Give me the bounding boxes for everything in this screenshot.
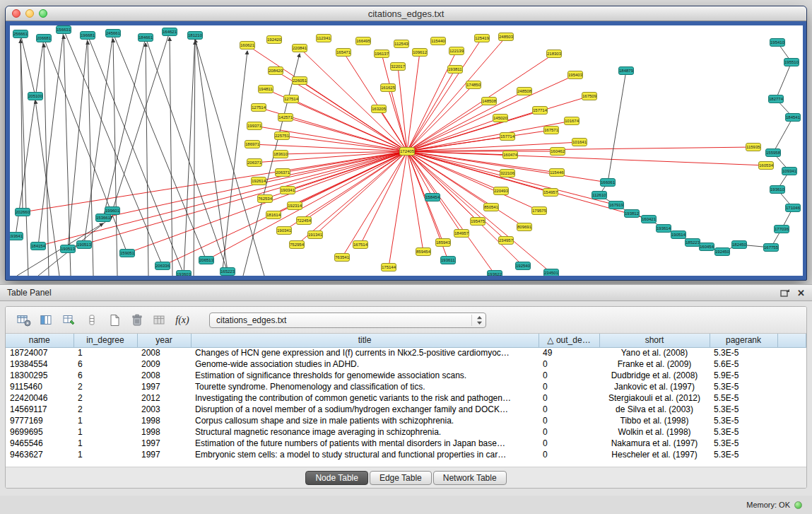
- graph-node[interactable]: 1604627: [550, 147, 565, 156]
- graph-node[interactable]: 1936221: [487, 270, 502, 276]
- graph-node[interactable]: 1903414: [276, 226, 292, 235]
- table-cell[interactable]: 1998: [137, 415, 191, 426]
- graph-node[interactable]: 1675710: [543, 126, 559, 134]
- graph-node[interactable]: 1221397: [449, 47, 464, 55]
- table-cell[interactable]: 2012: [137, 392, 191, 404]
- row-height-icon[interactable]: [82, 311, 102, 329]
- graph-node[interactable]: 1748503: [466, 81, 481, 89]
- function-builder-icon[interactable]: f(x): [172, 311, 192, 329]
- graph-node[interactable]: 1924205: [266, 35, 282, 44]
- table-cell[interactable]: 9115460: [6, 381, 73, 392]
- column-header-year[interactable]: year: [137, 334, 191, 347]
- close-panel-icon[interactable]: ✕: [797, 288, 805, 298]
- graph-node[interactable]: 1923141: [287, 201, 302, 210]
- graph-node[interactable]: 2084205: [268, 66, 283, 75]
- graph-node[interactable]: 1254193: [474, 34, 490, 42]
- table-cell[interactable]: 0: [539, 404, 599, 415]
- table-cell[interactable]: de Silva et al. (2003): [599, 404, 710, 415]
- table-cell[interactable]: 9465546: [6, 438, 73, 449]
- network-canvas[interactable]: 1724057208420519481141275141199371418697…: [10, 25, 803, 276]
- graph-node[interactable]: 2063713: [247, 158, 262, 167]
- graph-node[interactable]: 1724057: [399, 147, 415, 156]
- column-header-title[interactable]: title: [191, 334, 539, 347]
- graph-node[interactable]: 2065133: [199, 256, 214, 264]
- table-scroll-area[interactable]: name in_degree year title △ out_de… shor…: [6, 334, 806, 467]
- table-cell[interactable]: 2009: [137, 358, 191, 370]
- graph-node[interactable]: 2485083: [517, 87, 532, 95]
- table-cell[interactable]: 6: [73, 358, 137, 370]
- table-cell[interactable]: 5.3E-5: [710, 449, 777, 460]
- graph-node[interactable]: 1938117: [447, 65, 463, 74]
- graph-node[interactable]: 1154469: [549, 168, 565, 177]
- table-cell[interactable]: Structural magnetic resonance image aver…: [191, 426, 539, 438]
- table-cell[interactable]: 1: [73, 449, 137, 460]
- table-cell[interactable]: 5.3E-5: [710, 347, 777, 358]
- table-cell[interactable]: Investigating the contribution of common…: [191, 392, 539, 404]
- graph-node[interactable]: 2456612: [105, 29, 121, 37]
- table-cell[interactable]: 2: [73, 404, 137, 415]
- table-cell[interactable]: 0: [539, 392, 599, 404]
- table-cell[interactable]: 1: [73, 415, 137, 426]
- column-header-short[interactable]: short: [599, 334, 710, 347]
- table-cell[interactable]: 5.9E-5: [710, 370, 777, 381]
- table-cell[interactable]: 5.3E-5: [710, 438, 777, 449]
- graph-node[interactable]: 1654718: [336, 48, 351, 57]
- delete-column-icon[interactable]: [127, 311, 147, 329]
- table-cell[interactable]: 1998: [137, 426, 191, 438]
- close-button[interactable]: [12, 9, 20, 18]
- graph-node[interactable]: 1485083: [481, 97, 497, 105]
- graph-node[interactable]: 7224541: [296, 216, 312, 225]
- table-cell[interactable]: 2008: [137, 347, 191, 358]
- graph-node[interactable]: 1845413: [785, 113, 801, 122]
- graph-node[interactable]: 1604542: [699, 243, 714, 251]
- table-cell[interactable]: Yano et al. (2008): [599, 347, 710, 358]
- graph-node[interactable]: 1954754: [470, 217, 486, 226]
- tab-node-table[interactable]: Node Table: [305, 471, 368, 485]
- edit-table-icon[interactable]: [59, 311, 79, 329]
- table-cell[interactable]: 2: [73, 392, 137, 404]
- graph-node[interactable]: 2260518: [292, 76, 307, 85]
- import-table-icon[interactable]: [150, 311, 170, 329]
- graph-node[interactable]: 1955108: [784, 58, 799, 66]
- graph-node[interactable]: 1096127: [412, 48, 428, 57]
- graph-node[interactable]: 2349575: [498, 236, 514, 245]
- table-cell[interactable]: 2008: [137, 370, 191, 381]
- table-cell[interactable]: 1: [73, 438, 137, 449]
- graph-node[interactable]: 1924504: [714, 247, 730, 256]
- graph-node[interactable]: 1679197: [608, 201, 624, 209]
- table-row[interactable]: 2242004622012Investigating the contribut…: [6, 392, 806, 404]
- table-cell[interactable]: 0: [539, 426, 599, 438]
- table-row[interactable]: 946362711997Embryonic stem cells: a mode…: [6, 449, 806, 460]
- table-cell[interactable]: 9463627: [6, 449, 73, 460]
- table-cell[interactable]: Franke et al. (2009): [599, 358, 710, 370]
- graph-node[interactable]: 1770365: [774, 225, 789, 233]
- graph-node[interactable]: 1632051: [371, 105, 387, 113]
- table-cell[interactable]: Stergiakouli et al. (2012): [599, 392, 710, 404]
- graph-node[interactable]: 1159358: [746, 143, 761, 151]
- table-row[interactable]: 1938455462009Genome-wide association stu…: [6, 358, 806, 370]
- graph-node[interactable]: 1605343: [758, 161, 774, 170]
- graph-node[interactable]: 2257512: [274, 132, 290, 140]
- table-cell[interactable]: Jankovic et al. (1997): [599, 381, 710, 392]
- graph-node[interactable]: 1559581: [765, 148, 781, 157]
- table-cell[interactable]: 5.3E-5: [710, 404, 777, 415]
- graph-node[interactable]: 1664950: [355, 37, 371, 45]
- graph-node[interactable]: 1675141: [353, 240, 368, 249]
- graph-node[interactable]: 1816141: [266, 211, 281, 219]
- graph-node[interactable]: 1549575: [543, 188, 558, 197]
- graph-node[interactable]: 1905132: [60, 245, 76, 253]
- graph-node[interactable]: 1996013: [105, 206, 120, 215]
- table-cell[interactable]: Dudbridge et al. (2008): [599, 370, 710, 381]
- table-row[interactable]: 1830029562008Estimation of significance …: [6, 370, 806, 381]
- column-header-pagerank[interactable]: pagerank: [710, 334, 777, 347]
- graph-node[interactable]: 1841542: [30, 242, 46, 250]
- table-cell[interactable]: 5.3E-5: [710, 426, 777, 438]
- graph-node[interactable]: 1126107: [592, 191, 607, 199]
- graph-node[interactable]: 1677550: [763, 243, 779, 252]
- graph-node[interactable]: 1869717: [245, 140, 260, 148]
- graph-node[interactable]: 1936032: [176, 270, 192, 276]
- table-row[interactable]: 1456911722003Disruption of a novel membe…: [6, 404, 806, 415]
- graph-node[interactable]: 1824502: [731, 240, 747, 249]
- graph-node[interactable]: 8505413: [483, 203, 499, 211]
- graph-node[interactable]: 1590513: [119, 249, 135, 257]
